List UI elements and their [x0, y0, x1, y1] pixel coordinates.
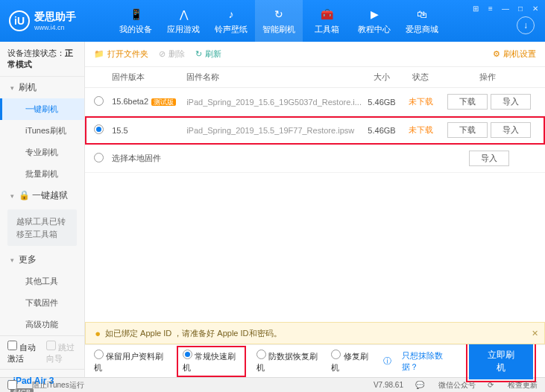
- row-size: 5.46GB: [362, 126, 402, 135]
- version-label: V7.98.61: [374, 381, 403, 389]
- local-firmware-label: 选择本地固件: [112, 153, 439, 164]
- logo-icon: iU: [9, 10, 30, 31]
- local-firmware-row: 选择本地固件 导入: [85, 145, 545, 173]
- minimize-icon[interactable]: —: [500, 3, 511, 13]
- row-size: 5.46GB: [362, 98, 402, 107]
- chevron-down-icon: ▾: [10, 84, 14, 92]
- th-size: 大小: [362, 72, 402, 83]
- nav-4[interactable]: 🧰工具箱: [303, 0, 350, 42]
- menu-icon[interactable]: ≡: [485, 3, 496, 13]
- nav-5[interactable]: ▶教程中心: [350, 0, 398, 42]
- apple-id-notice: ● 如已绑定 Apple ID ，请准备好 Apple ID和密码。 ✕: [85, 322, 545, 344]
- side-item[interactable]: 下载固件: [0, 292, 84, 314]
- block-itunes-checkbox[interactable]: 阻止iTunes运行: [7, 380, 84, 391]
- notice-close-icon[interactable]: ✕: [532, 329, 538, 338]
- opt-repair[interactable]: 修复刷机: [331, 350, 373, 373]
- nav-2[interactable]: ♪铃声壁纸: [207, 0, 255, 42]
- opt-quick-flash[interactable]: 常规快速刷机: [183, 350, 240, 373]
- sidebar-options: 自动激活 跳过向导: [0, 335, 84, 369]
- side-head-1[interactable]: ▾🔒 一键越狱: [0, 185, 84, 206]
- flash-now-button[interactable]: 立即刷机: [469, 344, 533, 379]
- row-radio[interactable]: [94, 124, 104, 134]
- chevron-down-icon: ▾: [10, 256, 14, 264]
- warning-icon: ●: [95, 328, 101, 339]
- opt-keep-data[interactable]: 保留用户资料刷机: [94, 350, 166, 373]
- window-controls: ⊞ ≡ — □ ✕: [470, 3, 541, 13]
- import-button[interactable]: 导入: [491, 94, 531, 110]
- close-icon[interactable]: ✕: [530, 3, 541, 13]
- wechat-link[interactable]: 💬 微信公众号: [415, 380, 476, 391]
- th-name: 固件名称: [186, 72, 362, 83]
- download-button[interactable]: 下载: [447, 94, 488, 110]
- nav-label: 铃声壁纸: [215, 24, 248, 35]
- side-item[interactable]: 批量刷机: [0, 163, 84, 185]
- device-status: 设备连接状态：正常模式: [0, 42, 84, 77]
- delete-button[interactable]: ⊘ 删除: [159, 48, 185, 60]
- local-firmware-radio[interactable]: [94, 153, 104, 162]
- row-name: iPad_Spring_2019_15.5_19F77_Restore.ipsw: [186, 126, 362, 135]
- side-item[interactable]: 高级功能: [0, 314, 84, 335]
- titlebar: iU 爱思助手 www.i4.cn 📱我的设备⋀应用游戏♪铃声壁纸↻智能刷机🧰工…: [0, 0, 545, 42]
- flash-settings-button[interactable]: ⚙ 刷机设置: [493, 48, 536, 60]
- skip-guide-checkbox[interactable]: 跳过向导: [46, 341, 78, 364]
- row-status: 未下载: [402, 124, 439, 136]
- th-ops: 操作: [439, 72, 536, 83]
- side-item[interactable]: 其他工具: [0, 271, 84, 292]
- table-header: 固件版本 固件名称 大小 状态 操作: [85, 67, 545, 88]
- nav-icon: ♪: [224, 7, 238, 21]
- row-version: 15.6beta2测试版: [112, 97, 186, 107]
- status-label: 设备连接状态：: [7, 48, 65, 57]
- side-note: 越狱工具已转移至工具箱: [7, 209, 77, 246]
- row-name: iPad_Spring_2019_15.6_19G5037d_Restore.i…: [186, 98, 362, 107]
- side-item[interactable]: 专业刷机: [0, 142, 84, 163]
- nav-icon: ▶: [368, 7, 381, 21]
- nav-6[interactable]: 🛍爱思商城: [398, 0, 446, 42]
- app-url: www.i4.cn: [34, 24, 76, 31]
- opt-anti-recovery[interactable]: 防数据恢复刷机: [256, 350, 321, 373]
- import-button[interactable]: 导入: [491, 122, 531, 138]
- erase-data-link[interactable]: 只想抹除数据？: [402, 350, 456, 373]
- nav-label: 爱思商城: [406, 24, 438, 35]
- side-item[interactable]: 一键刷机: [0, 98, 84, 120]
- toolbar: 📁 打开文件夹 ⊘ 删除 ↻ 刷新 ⚙ 刷机设置: [85, 42, 545, 67]
- nav-3[interactable]: ↻智能刷机: [255, 0, 303, 42]
- nav-label: 教程中心: [358, 24, 391, 35]
- side-item[interactable]: iTunes刷机: [0, 120, 84, 142]
- flash-options: 保留用户资料刷机 常规快速刷机 防数据恢复刷机 修复刷机 ⓘ 只想抹除数据？ 立…: [85, 344, 545, 377]
- th-status: 状态: [402, 72, 439, 83]
- refresh-button[interactable]: ↻ 刷新: [195, 48, 221, 60]
- nav-icon: 📱: [129, 7, 142, 21]
- import-button[interactable]: 导入: [469, 151, 509, 166]
- app-name: 爱思助手: [34, 10, 76, 24]
- side-head-0[interactable]: ▾刷机: [0, 77, 84, 98]
- nav-icon: 🛍: [415, 7, 429, 21]
- row-version: 15.5: [112, 126, 186, 135]
- download-button[interactable]: 下载: [447, 122, 488, 138]
- open-folder-button[interactable]: 📁 打开文件夹: [94, 48, 148, 60]
- info-icon[interactable]: ⓘ: [383, 355, 391, 367]
- app-logo: iU 爱思助手 www.i4.cn: [0, 0, 112, 42]
- side-head-2[interactable]: ▾更多: [0, 249, 84, 271]
- auto-activate-checkbox[interactable]: 自动激活: [7, 341, 39, 364]
- check-update-link[interactable]: ⟳ 检查更新: [488, 380, 538, 391]
- nav-label: 我的设备: [119, 24, 152, 35]
- download-manager-icon[interactable]: ↓: [517, 16, 535, 34]
- nav-icon: ↻: [272, 7, 286, 21]
- nav-icon: 🧰: [320, 7, 333, 21]
- nav-1[interactable]: ⋀应用游戏: [160, 0, 207, 42]
- row-radio[interactable]: [94, 96, 104, 106]
- nav-0[interactable]: 📱我的设备: [112, 0, 160, 42]
- chevron-down-icon: ▾: [10, 192, 14, 200]
- nav-label: 智能刷机: [262, 24, 295, 35]
- sidebar: 设备连接状态：正常模式 ▾刷机一键刷机iTunes刷机专业刷机批量刷机▾🔒 一键…: [0, 42, 85, 377]
- firmware-row[interactable]: 15.5 iPad_Spring_2019_15.5_19F77_Restore…: [85, 116, 545, 145]
- maximize-icon[interactable]: □: [515, 3, 526, 13]
- firmware-row[interactable]: 15.6beta2测试版 iPad_Spring_2019_15.6_19G50…: [85, 88, 545, 116]
- skin-icon[interactable]: ⊞: [470, 3, 481, 13]
- main-panel: 📁 打开文件夹 ⊘ 删除 ↻ 刷新 ⚙ 刷机设置 固件版本 固件名称 大小 状态…: [85, 42, 545, 377]
- footer: 阻止iTunes运行 V7.98.61 💬 微信公众号 ⟳ 检查更新: [0, 377, 545, 392]
- nav-label: 应用游戏: [167, 24, 200, 35]
- nav-icon: ⋀: [177, 7, 190, 21]
- notice-text: 如已绑定 Apple ID ，请准备好 Apple ID和密码。: [105, 328, 282, 339]
- nav-label: 工具箱: [315, 24, 339, 35]
